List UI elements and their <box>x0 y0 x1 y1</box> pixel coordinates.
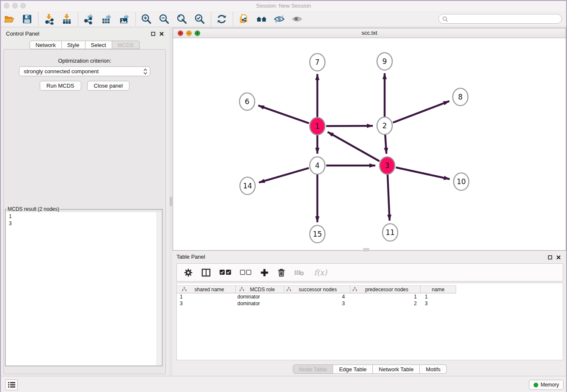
delete-row-icon[interactable] <box>278 268 285 277</box>
table-cell[interactable]: dominator <box>236 294 284 300</box>
graph-node-2[interactable]: 2 <box>377 117 392 135</box>
graph-node-8[interactable]: 8 <box>453 88 468 106</box>
graph-edge-1-6[interactable] <box>258 105 309 123</box>
graph-edge-2-3[interactable] <box>385 135 386 154</box>
table-cell[interactable]: 3 <box>421 301 456 306</box>
column-header[interactable]: predecessor nodes <box>350 285 421 293</box>
show-all-icon[interactable] <box>292 13 303 25</box>
search-box[interactable] <box>438 14 562 24</box>
graph-node-14[interactable]: 14 <box>240 177 255 195</box>
table-cell[interactable]: 3 <box>177 301 236 306</box>
column-type-icon <box>286 287 291 293</box>
search-input[interactable] <box>450 15 561 23</box>
column-header[interactable]: shared name <box>177 285 236 293</box>
graph-edge-3-1[interactable] <box>328 132 379 161</box>
network-canvas[interactable]: 1234678910111415 <box>173 38 566 251</box>
open-session-icon[interactable] <box>4 13 15 25</box>
export-network-icon[interactable] <box>83 13 94 25</box>
table-body: 1dominator4113dominator323 <box>177 293 563 307</box>
tab-style[interactable]: Style <box>62 41 85 49</box>
criterion-value: strongly connected component <box>24 68 99 75</box>
network-window-titlebar[interactable]: scc.txt <box>173 28 566 38</box>
graph-node-15[interactable]: 15 <box>310 226 325 243</box>
table-panel-tabs: Node Table Edge Table Network Table Moti… <box>173 364 567 374</box>
table-cell[interactable]: 3 <box>284 301 350 306</box>
svg-text:6: 6 <box>245 97 250 106</box>
clear-table-icon[interactable] <box>294 269 304 276</box>
add-row-icon[interactable] <box>260 268 269 277</box>
column-type-icon <box>352 287 357 293</box>
node-table[interactable]: shared name MCDS role successor nodes pr… <box>176 283 563 360</box>
column-header[interactable]: MCDS role <box>236 285 284 293</box>
graph-node-9[interactable]: 9 <box>377 53 392 70</box>
search-icon <box>442 16 448 22</box>
mcds-result-title: MCDS result (2 nodes) <box>7 206 60 212</box>
mcds-result-list[interactable]: 1 3 <box>6 212 162 365</box>
graph-node-4[interactable]: 4 <box>310 157 325 174</box>
run-mcds-button[interactable]: Run MCDS <box>40 81 81 91</box>
graph-edge-3-11[interactable] <box>388 174 390 221</box>
task-history-button[interactable] <box>5 379 18 390</box>
export-table-icon[interactable] <box>101 13 112 25</box>
table-cell[interactable]: 1 <box>177 294 236 300</box>
zoom-selected-icon[interactable] <box>194 13 205 25</box>
import-table-icon[interactable] <box>61 13 72 25</box>
graph-node-3[interactable]: 3 <box>380 157 395 174</box>
column-header[interactable]: successor nodes <box>284 285 350 293</box>
deselect-all-rows-icon[interactable] <box>240 270 251 275</box>
refresh-view-icon[interactable] <box>216 13 227 25</box>
show-columns-icon[interactable] <box>201 268 211 277</box>
graph-edge-4-14[interactable] <box>259 168 309 182</box>
horizontal-splitter-handle[interactable] <box>363 248 369 251</box>
clone-network-icon[interactable] <box>238 13 249 25</box>
svg-text:14: 14 <box>243 182 252 190</box>
table-cell[interactable]: dominator <box>236 301 284 306</box>
tab-edge-table[interactable]: Edge Table <box>333 364 373 374</box>
table-row[interactable]: 3dominator323 <box>177 300 563 307</box>
export-image-icon[interactable] <box>119 13 130 25</box>
select-all-rows-icon[interactable] <box>220 270 231 275</box>
hide-selected-icon[interactable] <box>274 13 285 25</box>
criterion-dropdown[interactable]: strongly connected component <box>19 66 150 76</box>
graph-node-10[interactable]: 10 <box>454 173 469 190</box>
memory-label: Memory <box>541 382 559 388</box>
tab-network-table[interactable]: Network Table <box>373 364 420 374</box>
graph-edge-3-10[interactable] <box>396 167 450 179</box>
tab-network[interactable]: Network <box>30 41 62 49</box>
table-cell[interactable]: 1 <box>350 294 421 300</box>
float-panel-icon[interactable] <box>547 254 553 260</box>
tab-motifs[interactable]: Motifs <box>420 364 447 374</box>
first-neighbors-icon[interactable] <box>256 13 267 25</box>
close-panel-icon[interactable] <box>556 254 561 260</box>
splitter-handle[interactable] <box>170 197 172 206</box>
table-cell[interactable]: 4 <box>284 294 350 300</box>
table-row[interactable]: 1dominator411 <box>177 293 563 300</box>
table-options-icon[interactable] <box>184 268 193 277</box>
graph-node-1[interactable]: 1 <box>310 118 325 135</box>
column-header[interactable]: name <box>421 285 456 293</box>
vertical-splitter[interactable] <box>169 28 173 376</box>
zoom-out-icon[interactable] <box>159 13 170 25</box>
tab-mcds[interactable]: MCDS <box>112 41 140 49</box>
table-cell[interactable]: 1 <box>421 294 456 300</box>
graph-edge-2-8[interactable] <box>393 101 449 123</box>
graph-node-6[interactable]: 6 <box>239 93 255 110</box>
tab-node-table[interactable]: Node Table <box>293 364 333 374</box>
toolbar-separator <box>211 12 211 26</box>
svg-text:1: 1 <box>315 122 320 130</box>
result-scrollbar[interactable] <box>157 212 162 365</box>
memory-button[interactable]: Memory <box>529 380 564 390</box>
float-panel-icon[interactable] <box>150 31 156 36</box>
graph-node-7[interactable]: 7 <box>310 54 325 71</box>
graph-edge-1-2[interactable] <box>326 126 373 126</box>
save-session-icon[interactable] <box>22 13 33 25</box>
tab-select[interactable]: Select <box>85 41 112 49</box>
svg-text:11: 11 <box>385 228 395 237</box>
import-network-icon[interactable] <box>44 13 55 25</box>
graph-node-11[interactable]: 11 <box>383 224 398 241</box>
zoom-in-icon[interactable] <box>141 13 152 25</box>
table-cell[interactable]: 2 <box>350 301 421 306</box>
close-panel-icon[interactable] <box>159 31 164 36</box>
zoom-fit-icon[interactable] <box>176 13 187 25</box>
close-panel-button[interactable]: Close panel <box>87 81 130 91</box>
